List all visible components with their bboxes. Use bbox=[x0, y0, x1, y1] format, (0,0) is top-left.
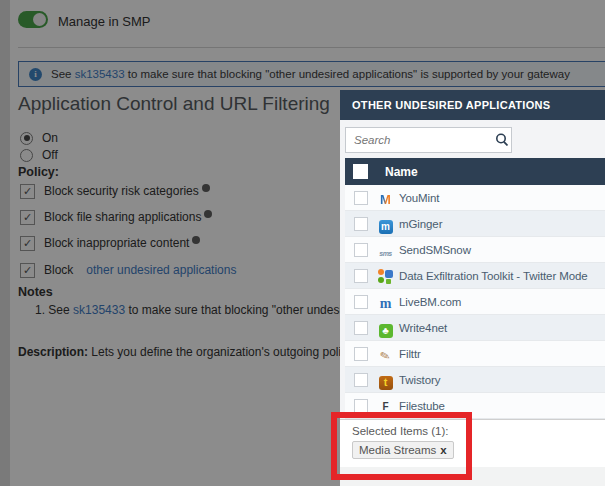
row-checkbox[interactable] bbox=[354, 347, 368, 361]
application-row[interactable]: mmGinger bbox=[345, 211, 605, 237]
app-icon-cell: ✎ bbox=[377, 346, 394, 362]
search-box bbox=[345, 127, 512, 153]
livebm-icon: m bbox=[380, 296, 392, 311]
app-name: LiveBM.com bbox=[399, 296, 461, 308]
row-checkbox[interactable] bbox=[354, 191, 368, 205]
application-row[interactable]: ♣Write4net bbox=[345, 315, 605, 341]
other-undesired-applications-popup: OTHER UNDESIRED APPLICATIONS Name MYouMi… bbox=[340, 90, 605, 486]
row-checkbox[interactable] bbox=[354, 373, 368, 387]
write4net-icon: ♣ bbox=[379, 324, 393, 338]
search-icon[interactable] bbox=[493, 132, 511, 148]
popup-title: OTHER UNDESIRED APPLICATIONS bbox=[340, 90, 605, 120]
mginger-icon: m bbox=[379, 220, 393, 234]
application-row[interactable]: tTwistory bbox=[345, 367, 605, 393]
name-column-header: Name bbox=[385, 165, 418, 179]
app-icon-cell: M bbox=[377, 190, 394, 206]
select-all-checkbox[interactable] bbox=[353, 164, 368, 179]
applications-table: Name MYouMintmmGingersmsSendSMSnowData E… bbox=[345, 158, 605, 419]
application-row[interactable]: Data Exfiltration Toolkit - Twitter Mode bbox=[345, 263, 605, 289]
app-icon-cell: ♣ bbox=[377, 320, 394, 336]
application-row[interactable]: smsSendSMSnow bbox=[345, 237, 605, 263]
app-name: Twistory bbox=[399, 374, 440, 386]
app-icon-cell: sms bbox=[377, 242, 394, 258]
smp-settings-window: Manage in SMP i See sk135433 to make sur… bbox=[0, 0, 605, 486]
search-input[interactable] bbox=[346, 134, 493, 146]
selected-items-label: Selected Items (1): bbox=[352, 425, 605, 437]
app-name: Filttr bbox=[399, 348, 421, 360]
row-checkbox[interactable] bbox=[354, 295, 368, 309]
remove-tag-icon[interactable]: x bbox=[440, 444, 446, 456]
row-checkbox[interactable] bbox=[354, 243, 368, 257]
app-name: Data Exfiltration Toolkit - Twitter Mode bbox=[399, 270, 588, 282]
table-body: MYouMintmmGingersmsSendSMSnowData Exfilt… bbox=[345, 185, 605, 419]
youmint-icon: M bbox=[380, 192, 391, 207]
twistory-icon: t bbox=[379, 376, 393, 390]
application-row[interactable]: mLiveBM.com bbox=[345, 289, 605, 315]
application-row[interactable]: MYouMint bbox=[345, 185, 605, 211]
selected-item-tag: Media Streamsx bbox=[352, 441, 454, 459]
popup-footer bbox=[340, 467, 605, 486]
app-icon-cell: m bbox=[377, 216, 394, 232]
app-name: Filestube bbox=[399, 400, 445, 412]
row-checkbox[interactable] bbox=[354, 399, 368, 413]
filttr-icon: ✎ bbox=[379, 346, 393, 364]
app-name: Write4net bbox=[399, 322, 447, 334]
application-row[interactable]: ✎Filttr bbox=[345, 341, 605, 367]
app-icon-cell: t bbox=[377, 372, 394, 388]
row-checkbox[interactable] bbox=[354, 269, 368, 283]
row-checkbox[interactable] bbox=[354, 321, 368, 335]
app-name: mGinger bbox=[399, 218, 442, 230]
application-row[interactable]: FTFilestube bbox=[345, 393, 605, 419]
app-icon-cell: FT bbox=[377, 398, 394, 414]
row-checkbox[interactable] bbox=[354, 217, 368, 231]
app-name: YouMint bbox=[399, 192, 439, 204]
app-icon-cell bbox=[377, 268, 394, 284]
app-name: SendSMSnow bbox=[399, 244, 471, 256]
sendsmsnow-icon: sms bbox=[379, 250, 392, 257]
data-exfiltration-icon bbox=[377, 268, 393, 284]
table-header: Name bbox=[345, 158, 605, 185]
selected-items-bar: Selected Items (1): Media Streamsx bbox=[340, 419, 605, 472]
app-icon-cell: m bbox=[377, 294, 394, 310]
